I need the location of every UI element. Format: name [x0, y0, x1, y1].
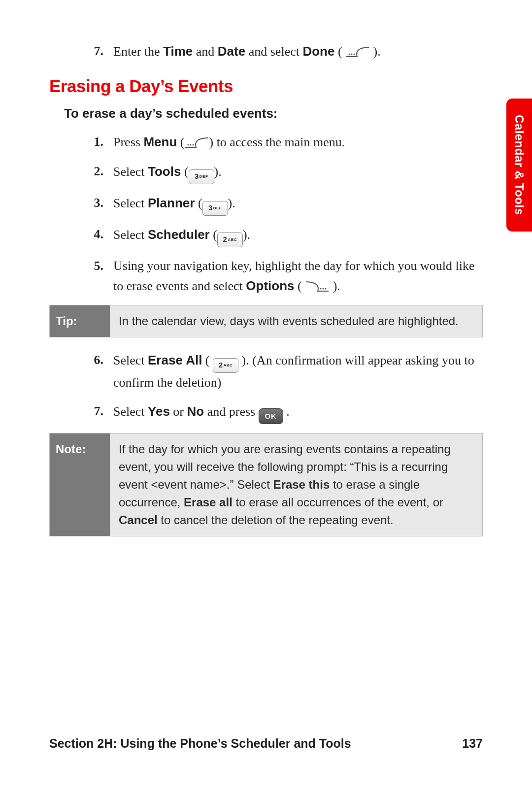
- svg-point-7: [323, 288, 324, 289]
- step-body: Select Erase All ( 2ABC ). (An confirmat…: [113, 350, 483, 393]
- tip-text: In the calendar view, days with events s…: [110, 305, 482, 337]
- side-tab-label: Calendar & Tools: [512, 115, 526, 215]
- section-heading: Erasing a Day’s Events: [49, 76, 483, 96]
- svg-point-0: [349, 54, 350, 55]
- note-callout: Note: If the day for which you are erasi…: [49, 433, 483, 536]
- page-number: 137: [462, 736, 483, 751]
- list-item: 7. Select Yes or No and press OK .: [84, 401, 483, 424]
- list-item: 7. Enter the Time and Date and select Do…: [84, 41, 483, 62]
- tip-callout: Tip: In the calendar view, days with eve…: [49, 305, 483, 337]
- step-body: Select Scheduler (2ABC).: [113, 225, 483, 247]
- step-number: 1.: [84, 132, 113, 152]
- step-body: Using your navigation key, highlight the…: [113, 256, 483, 297]
- list-item: 3. Select Planner (3DEF).: [84, 193, 483, 216]
- footer-section: Section 2H: Using the Phone’s Scheduler …: [49, 736, 351, 751]
- list-item: 6. Select Erase All ( 2ABC ). (An confir…: [84, 350, 483, 393]
- step-body: Enter the Time and Date and select Done …: [113, 41, 483, 62]
- lead-text: To erase a day’s scheduled events:: [64, 106, 483, 121]
- softkey-left-dots-icon: [184, 134, 209, 146]
- svg-point-2: [354, 54, 355, 55]
- key-2abc-icon: 2ABC: [213, 358, 238, 373]
- svg-point-5: [193, 144, 194, 146]
- svg-point-6: [320, 288, 322, 289]
- step-body: Select Yes or No and press OK .: [113, 401, 483, 424]
- key-three-icon: 3DEF: [202, 201, 228, 216]
- key-three-icon: 3DEF: [189, 169, 214, 184]
- step-body: Select Planner (3DEF).: [113, 193, 483, 216]
- ok-key-icon: OK: [259, 408, 283, 424]
- page: Calendar & Tools 7. Enter the Time and D…: [0, 0, 532, 798]
- svg-point-8: [325, 288, 327, 289]
- list-item: 5. Using your navigation key, highlight …: [84, 256, 483, 297]
- side-tab-calendar-tools: Calendar & Tools: [506, 99, 532, 232]
- note-text: If the day for which you are erasing eve…: [110, 433, 482, 536]
- step-number: 6.: [84, 350, 113, 370]
- svg-point-3: [188, 144, 189, 146]
- list-item: 2. Select Tools (3DEF).: [84, 162, 483, 184]
- step-body: Select Tools (3DEF).: [113, 162, 483, 184]
- svg-point-4: [190, 144, 192, 146]
- step-number: 7.: [84, 41, 113, 61]
- softkey-left-dots-icon: [345, 44, 370, 56]
- svg-point-1: [351, 54, 353, 55]
- step-number: 5.: [84, 256, 113, 276]
- step-number: 2.: [84, 162, 113, 181]
- note-label: Note:: [50, 433, 110, 536]
- list-item: 4. Select Scheduler (2ABC).: [84, 225, 483, 247]
- key-two-icon: 2ABC: [217, 233, 243, 247]
- step-number: 7.: [84, 401, 113, 421]
- softkey-right-dots-icon: [305, 278, 330, 290]
- step-number: 3.: [84, 193, 113, 213]
- list-item: 1. Press Menu ( ) to access the main men…: [84, 132, 483, 152]
- step-number: 4.: [84, 225, 113, 244]
- tip-label: Tip:: [50, 305, 110, 337]
- page-footer: Section 2H: Using the Phone’s Scheduler …: [49, 736, 483, 751]
- step-body: Press Menu ( ) to access the main menu.: [113, 132, 483, 152]
- page-content: 7. Enter the Time and Date and select Do…: [49, 41, 483, 536]
